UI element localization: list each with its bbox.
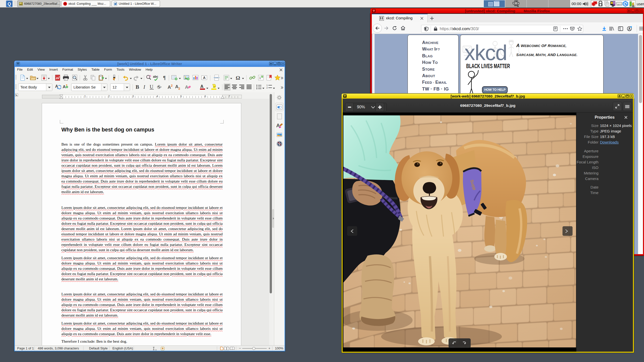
svg-text:00: 00 (632, 5, 634, 7)
svg-text:B: B (136, 84, 139, 90)
svg-text:A: A (200, 84, 204, 89)
svg-text:I: I (143, 84, 145, 90)
svg-text:BLACK LIVES MATTER: BLACK LIVES MATTER (466, 63, 510, 69)
svg-text:A: A (185, 84, 188, 90)
svg-text:Q: Q (8, 2, 11, 7)
svg-text:A: A (168, 84, 171, 90)
svg-text:abc: abc (153, 75, 158, 78)
svg-text:A: A (63, 84, 66, 89)
svg-text:A: A (203, 76, 206, 80)
svg-text:2: 2 (266, 86, 268, 89)
svg-text:2: 2 (171, 84, 173, 87)
svg-text:U: U (150, 84, 153, 89)
svg-text:2: 2 (178, 87, 180, 90)
svg-text:¶: ¶ (163, 75, 166, 80)
svg-text:A: A (175, 84, 179, 89)
svg-text:Ω: Ω (236, 75, 240, 81)
svg-text:1: 1 (266, 84, 268, 86)
svg-text:1: 1 (259, 76, 261, 80)
